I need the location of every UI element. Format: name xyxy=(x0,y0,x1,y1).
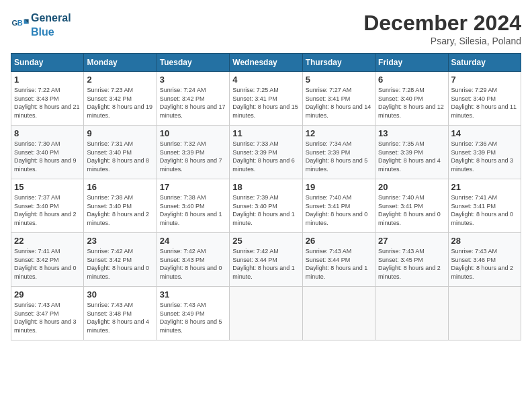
day-number: 12 xyxy=(306,128,372,138)
day-info: Sunrise: 7:42 AM Sunset: 3:42 PM Dayligh… xyxy=(87,247,153,281)
day-number: 30 xyxy=(87,289,153,300)
day-info: Sunrise: 7:42 AM Sunset: 3:44 PM Dayligh… xyxy=(232,247,299,281)
day-info: Sunrise: 7:30 AM Sunset: 3:40 PM Dayligh… xyxy=(14,140,81,173)
location-title: Psary, Silesia, Poland xyxy=(363,36,521,46)
day-info: Sunrise: 7:43 AM Sunset: 3:48 PM Dayligh… xyxy=(87,301,153,334)
calendar-cell: 18 Sunrise: 7:39 AM Sunset: 3:40 PM Dayl… xyxy=(230,179,302,233)
day-number: 20 xyxy=(378,182,445,192)
day-number: 29 xyxy=(14,289,81,300)
day-info: Sunrise: 7:25 AM Sunset: 3:41 PM Dayligh… xyxy=(232,86,299,120)
day-info: Sunrise: 7:43 AM Sunset: 3:44 PM Dayligh… xyxy=(306,247,372,281)
day-number: 23 xyxy=(87,236,153,246)
logo: G B General Blue xyxy=(11,11,71,39)
day-number: 17 xyxy=(160,182,226,192)
calendar-cell: 16 Sunrise: 7:38 AM Sunset: 3:40 PM Dayl… xyxy=(84,179,157,233)
day-number: 3 xyxy=(160,75,226,85)
calendar-cell: 27 Sunrise: 7:43 AM Sunset: 3:45 PM Dayl… xyxy=(375,233,448,287)
day-number: 18 xyxy=(232,182,299,192)
col-friday: Friday xyxy=(375,54,448,72)
day-info: Sunrise: 7:43 AM Sunset: 3:45 PM Dayligh… xyxy=(378,247,445,281)
day-info: Sunrise: 7:24 AM Sunset: 3:42 PM Dayligh… xyxy=(160,86,226,120)
calendar-cell xyxy=(375,287,448,340)
calendar-cell: 11 Sunrise: 7:33 AM Sunset: 3:39 PM Dayl… xyxy=(230,126,302,179)
calendar-cell: 31 Sunrise: 7:43 AM Sunset: 3:49 PM Dayl… xyxy=(157,287,229,340)
day-number: 16 xyxy=(87,182,153,192)
calendar-header: Sunday Monday Tuesday Wednesday Thursday… xyxy=(11,54,521,72)
day-info: Sunrise: 7:27 AM Sunset: 3:41 PM Dayligh… xyxy=(306,86,372,120)
calendar-week-1: 1 Sunrise: 7:22 AM Sunset: 3:43 PM Dayli… xyxy=(11,72,521,126)
day-info: Sunrise: 7:31 AM Sunset: 3:40 PM Dayligh… xyxy=(87,140,153,173)
day-info: Sunrise: 7:43 AM Sunset: 3:46 PM Dayligh… xyxy=(451,247,518,281)
day-number: 25 xyxy=(232,236,299,246)
calendar-cell xyxy=(448,287,521,340)
svg-text:G: G xyxy=(11,19,17,27)
calendar-cell: 14 Sunrise: 7:36 AM Sunset: 3:39 PM Dayl… xyxy=(448,126,521,179)
day-info: Sunrise: 7:41 AM Sunset: 3:41 PM Dayligh… xyxy=(451,193,518,227)
day-number: 5 xyxy=(306,75,372,85)
day-number: 22 xyxy=(14,236,81,246)
day-info: Sunrise: 7:41 AM Sunset: 3:42 PM Dayligh… xyxy=(14,247,81,281)
day-number: 24 xyxy=(160,236,226,246)
calendar-cell: 3 Sunrise: 7:24 AM Sunset: 3:42 PM Dayli… xyxy=(157,72,229,126)
day-info: Sunrise: 7:32 AM Sunset: 3:39 PM Dayligh… xyxy=(160,140,226,173)
col-tuesday: Tuesday xyxy=(157,54,229,72)
day-info: Sunrise: 7:35 AM Sunset: 3:39 PM Dayligh… xyxy=(378,140,445,173)
calendar-cell: 5 Sunrise: 7:27 AM Sunset: 3:41 PM Dayli… xyxy=(302,72,375,126)
calendar-body: 1 Sunrise: 7:22 AM Sunset: 3:43 PM Dayli… xyxy=(11,72,521,340)
calendar-cell: 12 Sunrise: 7:34 AM Sunset: 3:39 PM Dayl… xyxy=(302,126,375,179)
calendar-cell: 17 Sunrise: 7:38 AM Sunset: 3:40 PM Dayl… xyxy=(157,179,229,233)
calendar-cell: 29 Sunrise: 7:43 AM Sunset: 3:47 PM Dayl… xyxy=(11,287,84,340)
day-info: Sunrise: 7:38 AM Sunset: 3:40 PM Dayligh… xyxy=(160,193,226,227)
logo-general: General xyxy=(31,12,71,24)
day-info: Sunrise: 7:38 AM Sunset: 3:40 PM Dayligh… xyxy=(87,193,153,227)
day-number: 9 xyxy=(87,128,153,138)
day-number: 7 xyxy=(451,75,518,85)
calendar-cell: 10 Sunrise: 7:32 AM Sunset: 3:39 PM Dayl… xyxy=(157,126,229,179)
calendar-week-5: 29 Sunrise: 7:43 AM Sunset: 3:47 PM Dayl… xyxy=(11,287,521,340)
col-thursday: Thursday xyxy=(302,54,375,72)
day-number: 13 xyxy=(378,128,445,138)
calendar-cell: 22 Sunrise: 7:41 AM Sunset: 3:42 PM Dayl… xyxy=(11,233,84,287)
day-number: 19 xyxy=(306,182,372,192)
calendar-cell: 7 Sunrise: 7:29 AM Sunset: 3:40 PM Dayli… xyxy=(448,72,521,126)
col-saturday: Saturday xyxy=(448,54,521,72)
calendar-week-4: 22 Sunrise: 7:41 AM Sunset: 3:42 PM Dayl… xyxy=(11,233,521,287)
calendar-cell: 25 Sunrise: 7:42 AM Sunset: 3:44 PM Dayl… xyxy=(230,233,302,287)
month-title: December 2024 xyxy=(363,11,521,36)
calendar-cell: 30 Sunrise: 7:43 AM Sunset: 3:48 PM Dayl… xyxy=(84,287,157,340)
calendar-cell: 13 Sunrise: 7:35 AM Sunset: 3:39 PM Dayl… xyxy=(375,126,448,179)
day-number: 27 xyxy=(378,236,445,246)
day-info: Sunrise: 7:40 AM Sunset: 3:41 PM Dayligh… xyxy=(306,193,372,227)
calendar-cell: 19 Sunrise: 7:40 AM Sunset: 3:41 PM Dayl… xyxy=(302,179,375,233)
day-number: 11 xyxy=(232,128,299,138)
day-number: 2 xyxy=(87,75,153,85)
day-number: 31 xyxy=(160,289,226,300)
calendar-cell: 1 Sunrise: 7:22 AM Sunset: 3:43 PM Dayli… xyxy=(11,72,84,126)
calendar-cell: 9 Sunrise: 7:31 AM Sunset: 3:40 PM Dayli… xyxy=(84,126,157,179)
day-info: Sunrise: 7:39 AM Sunset: 3:40 PM Dayligh… xyxy=(232,193,299,227)
day-number: 10 xyxy=(160,128,226,138)
day-number: 4 xyxy=(232,75,299,85)
calendar-cell: 8 Sunrise: 7:30 AM Sunset: 3:40 PM Dayli… xyxy=(11,126,84,179)
day-number: 21 xyxy=(451,182,518,192)
header-row: Sunday Monday Tuesday Wednesday Thursday… xyxy=(11,54,521,72)
title-section: December 2024 Psary, Silesia, Poland xyxy=(363,11,521,46)
logo-blue: Blue xyxy=(31,26,54,38)
day-number: 6 xyxy=(378,75,445,85)
day-info: Sunrise: 7:36 AM Sunset: 3:39 PM Dayligh… xyxy=(451,140,518,173)
calendar-cell: 23 Sunrise: 7:42 AM Sunset: 3:42 PM Dayl… xyxy=(84,233,157,287)
header: G B General Blue December 2024 Psary, Si… xyxy=(11,11,521,46)
calendar-cell xyxy=(302,287,375,340)
day-info: Sunrise: 7:42 AM Sunset: 3:43 PM Dayligh… xyxy=(160,247,226,281)
col-sunday: Sunday xyxy=(11,54,84,72)
day-info: Sunrise: 7:37 AM Sunset: 3:40 PM Dayligh… xyxy=(14,193,81,227)
calendar-cell xyxy=(230,287,302,340)
svg-text:B: B xyxy=(17,19,23,27)
day-number: 14 xyxy=(451,128,518,138)
calendar-cell: 6 Sunrise: 7:28 AM Sunset: 3:40 PM Dayli… xyxy=(375,72,448,126)
calendar-cell: 26 Sunrise: 7:43 AM Sunset: 3:44 PM Dayl… xyxy=(302,233,375,287)
day-info: Sunrise: 7:28 AM Sunset: 3:40 PM Dayligh… xyxy=(378,86,445,120)
calendar-cell: 20 Sunrise: 7:40 AM Sunset: 3:41 PM Dayl… xyxy=(375,179,448,233)
day-number: 15 xyxy=(14,182,81,192)
calendar-cell: 15 Sunrise: 7:37 AM Sunset: 3:40 PM Dayl… xyxy=(11,179,84,233)
